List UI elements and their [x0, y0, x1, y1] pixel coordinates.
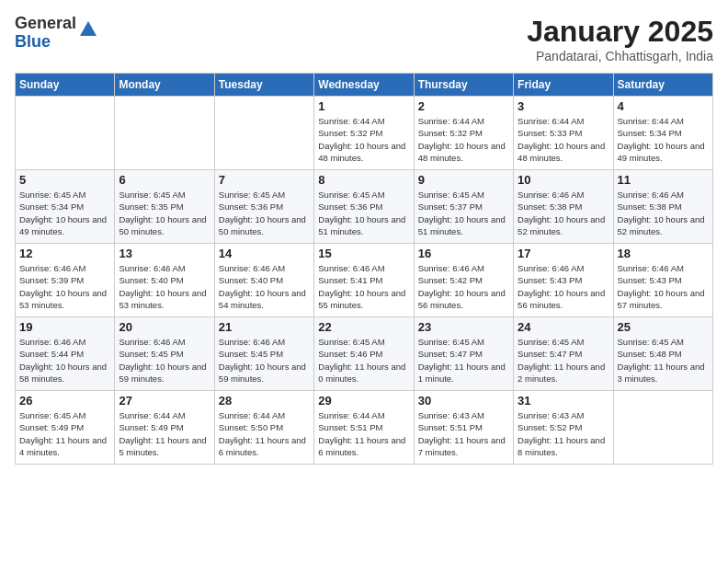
day-info: Sunrise: 6:45 AM Sunset: 5:36 PM Dayligh… — [318, 189, 409, 237]
day-number: 1 — [318, 99, 409, 113]
day-number: 11 — [618, 173, 709, 187]
calendar-header: SundayMondayTuesdayWednesdayThursdayFrid… — [16, 74, 713, 97]
day-info: Sunrise: 6:46 AM Sunset: 5:43 PM Dayligh… — [618, 262, 709, 311]
day-number: 16 — [418, 247, 509, 260]
day-info: Sunrise: 6:45 AM Sunset: 5:46 PM Dayligh… — [318, 336, 409, 385]
week-row-2: 5Sunrise: 6:45 AM Sunset: 5:34 PM Daylig… — [16, 170, 713, 244]
day-number: 5 — [19, 173, 110, 187]
day-number: 9 — [418, 173, 509, 187]
col-header-saturday: Saturday — [613, 74, 712, 97]
day-cell — [115, 97, 214, 170]
month-title: January 2025 — [527, 15, 713, 49]
day-cell: 3Sunrise: 6:44 AM Sunset: 5:33 PM Daylig… — [514, 97, 613, 170]
day-number: 20 — [119, 320, 210, 334]
day-info: Sunrise: 6:46 AM Sunset: 5:39 PM Dayligh… — [19, 262, 110, 311]
day-info: Sunrise: 6:45 AM Sunset: 5:37 PM Dayligh… — [418, 189, 509, 237]
day-cell — [613, 391, 712, 465]
day-cell: 5Sunrise: 6:45 AM Sunset: 5:34 PM Daylig… — [16, 170, 115, 244]
day-cell: 15Sunrise: 6:46 AM Sunset: 5:41 PM Dayli… — [314, 244, 414, 317]
day-cell: 18Sunrise: 6:46 AM Sunset: 5:43 PM Dayli… — [613, 244, 712, 317]
day-number: 7 — [219, 173, 310, 187]
day-cell: 21Sunrise: 6:46 AM Sunset: 5:45 PM Dayli… — [214, 317, 313, 391]
svg-marker-0 — [80, 21, 97, 36]
day-cell: 17Sunrise: 6:46 AM Sunset: 5:43 PM Dayli… — [514, 244, 613, 317]
day-info: Sunrise: 6:44 AM Sunset: 5:49 PM Dayligh… — [119, 409, 210, 458]
day-info: Sunrise: 6:45 AM Sunset: 5:47 PM Dayligh… — [418, 336, 509, 385]
day-info: Sunrise: 6:45 AM Sunset: 5:34 PM Dayligh… — [19, 189, 110, 237]
day-number: 30 — [418, 394, 509, 408]
col-header-monday: Monday — [115, 74, 214, 97]
day-info: Sunrise: 6:45 AM Sunset: 5:47 PM Dayligh… — [518, 336, 609, 385]
col-header-sunday: Sunday — [16, 74, 115, 97]
day-cell: 23Sunrise: 6:45 AM Sunset: 5:47 PM Dayli… — [414, 317, 513, 391]
day-info: Sunrise: 6:45 AM Sunset: 5:48 PM Dayligh… — [618, 336, 709, 385]
day-cell — [214, 97, 313, 170]
logo: General Blue — [15, 15, 98, 52]
calendar-table: SundayMondayTuesdayWednesdayThursdayFrid… — [15, 73, 713, 465]
week-row-3: 12Sunrise: 6:46 AM Sunset: 5:39 PM Dayli… — [16, 244, 713, 317]
day-cell: 1Sunrise: 6:44 AM Sunset: 5:32 PM Daylig… — [314, 97, 414, 170]
day-number: 12 — [19, 247, 110, 260]
day-number: 15 — [318, 247, 409, 260]
day-number: 22 — [318, 320, 409, 334]
day-info: Sunrise: 6:44 AM Sunset: 5:33 PM Dayligh… — [518, 115, 609, 164]
day-info: Sunrise: 6:43 AM Sunset: 5:52 PM Dayligh… — [518, 409, 609, 458]
day-cell: 20Sunrise: 6:46 AM Sunset: 5:45 PM Dayli… — [115, 317, 214, 391]
col-header-wednesday: Wednesday — [314, 74, 414, 97]
day-number: 18 — [618, 247, 709, 260]
day-info: Sunrise: 6:46 AM Sunset: 5:45 PM Dayligh… — [219, 336, 310, 385]
day-info: Sunrise: 6:46 AM Sunset: 5:42 PM Dayligh… — [418, 262, 509, 311]
day-number: 28 — [219, 394, 310, 408]
day-cell: 26Sunrise: 6:45 AM Sunset: 5:49 PM Dayli… — [16, 391, 115, 465]
day-info: Sunrise: 6:46 AM Sunset: 5:40 PM Dayligh… — [219, 262, 310, 311]
day-cell: 24Sunrise: 6:45 AM Sunset: 5:47 PM Dayli… — [514, 317, 613, 391]
location: Pandatarai, Chhattisgarh, India — [527, 49, 713, 63]
day-info: Sunrise: 6:43 AM Sunset: 5:51 PM Dayligh… — [418, 409, 509, 458]
day-number: 13 — [119, 247, 210, 260]
day-info: Sunrise: 6:46 AM Sunset: 5:40 PM Dayligh… — [119, 262, 210, 311]
col-header-thursday: Thursday — [414, 74, 513, 97]
day-cell: 2Sunrise: 6:44 AM Sunset: 5:32 PM Daylig… — [414, 97, 513, 170]
day-info: Sunrise: 6:46 AM Sunset: 5:41 PM Dayligh… — [318, 262, 409, 311]
day-number: 8 — [318, 173, 409, 187]
day-cell: 6Sunrise: 6:45 AM Sunset: 5:35 PM Daylig… — [115, 170, 214, 244]
day-info: Sunrise: 6:45 AM Sunset: 5:49 PM Dayligh… — [19, 409, 110, 458]
day-number: 26 — [19, 394, 110, 408]
day-cell: 19Sunrise: 6:46 AM Sunset: 5:44 PM Dayli… — [16, 317, 115, 391]
day-number: 4 — [618, 99, 709, 113]
day-number: 24 — [518, 320, 609, 334]
calendar-body: 1Sunrise: 6:44 AM Sunset: 5:32 PM Daylig… — [16, 97, 713, 465]
header-row: SundayMondayTuesdayWednesdayThursdayFrid… — [16, 74, 713, 97]
day-cell: 28Sunrise: 6:44 AM Sunset: 5:50 PM Dayli… — [214, 391, 313, 465]
day-info: Sunrise: 6:44 AM Sunset: 5:34 PM Dayligh… — [618, 115, 709, 164]
logo-text: General Blue — [15, 15, 98, 52]
day-cell: 11Sunrise: 6:46 AM Sunset: 5:38 PM Dayli… — [613, 170, 712, 244]
day-cell: 30Sunrise: 6:43 AM Sunset: 5:51 PM Dayli… — [414, 391, 513, 465]
day-cell: 31Sunrise: 6:43 AM Sunset: 5:52 PM Dayli… — [514, 391, 613, 465]
logo-icon — [78, 19, 98, 40]
day-number: 10 — [518, 173, 609, 187]
col-header-friday: Friday — [514, 74, 613, 97]
day-cell: 14Sunrise: 6:46 AM Sunset: 5:40 PM Dayli… — [214, 244, 313, 317]
day-number: 23 — [418, 320, 509, 334]
day-number: 25 — [618, 320, 709, 334]
day-cell: 7Sunrise: 6:45 AM Sunset: 5:36 PM Daylig… — [214, 170, 313, 244]
day-cell: 25Sunrise: 6:45 AM Sunset: 5:48 PM Dayli… — [613, 317, 712, 391]
day-number: 27 — [119, 394, 210, 408]
day-info: Sunrise: 6:45 AM Sunset: 5:36 PM Dayligh… — [219, 189, 310, 237]
day-info: Sunrise: 6:44 AM Sunset: 5:50 PM Dayligh… — [219, 409, 310, 458]
day-info: Sunrise: 6:46 AM Sunset: 5:38 PM Dayligh… — [618, 189, 709, 237]
day-cell: 8Sunrise: 6:45 AM Sunset: 5:36 PM Daylig… — [314, 170, 414, 244]
col-header-tuesday: Tuesday — [214, 74, 313, 97]
day-cell: 10Sunrise: 6:46 AM Sunset: 5:38 PM Dayli… — [514, 170, 613, 244]
day-number: 19 — [19, 320, 110, 334]
day-number: 21 — [219, 320, 310, 334]
page-header: General Blue January 2025 Pandatarai, Ch… — [15, 15, 713, 63]
day-info: Sunrise: 6:46 AM Sunset: 5:44 PM Dayligh… — [19, 336, 110, 385]
week-row-1: 1Sunrise: 6:44 AM Sunset: 5:32 PM Daylig… — [16, 97, 713, 170]
title-area: January 2025 Pandatarai, Chhattisgarh, I… — [527, 15, 713, 63]
day-cell: 29Sunrise: 6:44 AM Sunset: 5:51 PM Dayli… — [314, 391, 414, 465]
day-number: 3 — [518, 99, 609, 113]
day-cell: 12Sunrise: 6:46 AM Sunset: 5:39 PM Dayli… — [16, 244, 115, 317]
week-row-4: 19Sunrise: 6:46 AM Sunset: 5:44 PM Dayli… — [16, 317, 713, 391]
